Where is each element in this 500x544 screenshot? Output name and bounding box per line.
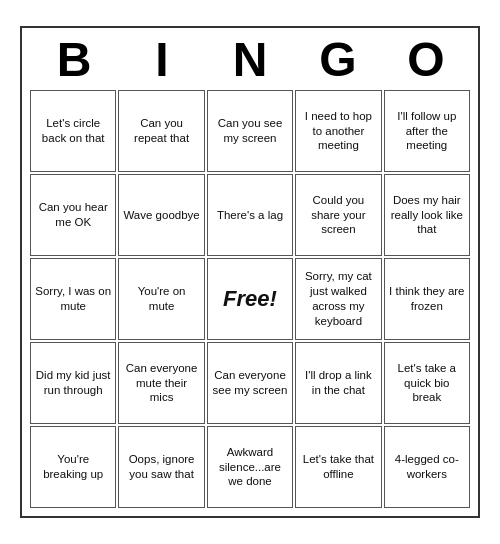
letter-i: I: [121, 36, 203, 84]
cell-22[interactable]: Awkward silence...are we done: [207, 426, 293, 508]
cell-14[interactable]: I think they are frozen: [384, 258, 470, 340]
cell-3[interactable]: I need to hop to another meeting: [295, 90, 381, 172]
cell-18[interactable]: I'll drop a link in the chat: [295, 342, 381, 424]
cell-17[interactable]: Can everyone see my screen: [207, 342, 293, 424]
bingo-header: B I N G O: [30, 36, 470, 84]
cell-13[interactable]: Sorry, my cat just walked across my keyb…: [295, 258, 381, 340]
cell-0[interactable]: Let's circle back on that: [30, 90, 116, 172]
cell-5[interactable]: Can you hear me OK: [30, 174, 116, 256]
cell-2[interactable]: Can you see my screen: [207, 90, 293, 172]
cell-1[interactable]: Can you repeat that: [118, 90, 204, 172]
cell-8[interactable]: Could you share your screen: [295, 174, 381, 256]
cell-free[interactable]: Free!: [207, 258, 293, 340]
bingo-card: B I N G O Let's circle back on that Can …: [20, 26, 480, 518]
letter-n: N: [209, 36, 291, 84]
cell-6[interactable]: Wave goodbye: [118, 174, 204, 256]
cell-20[interactable]: You're breaking up: [30, 426, 116, 508]
cell-11[interactable]: You're on mute: [118, 258, 204, 340]
cell-23[interactable]: Let's take that offline: [295, 426, 381, 508]
letter-b: B: [33, 36, 115, 84]
cell-15[interactable]: Did my kid just run through: [30, 342, 116, 424]
cell-21[interactable]: Oops, ignore you saw that: [118, 426, 204, 508]
cell-9[interactable]: Does my hair really look like that: [384, 174, 470, 256]
bingo-grid: Let's circle back on that Can you repeat…: [30, 90, 470, 508]
cell-10[interactable]: Sorry, I was on mute: [30, 258, 116, 340]
cell-4[interactable]: I'll follow up after the meeting: [384, 90, 470, 172]
cell-24[interactable]: 4-legged co-workers: [384, 426, 470, 508]
cell-16[interactable]: Can everyone mute their mics: [118, 342, 204, 424]
cell-19[interactable]: Let's take a quick bio break: [384, 342, 470, 424]
letter-g: G: [297, 36, 379, 84]
cell-7[interactable]: There's a lag: [207, 174, 293, 256]
letter-o: O: [385, 36, 467, 84]
